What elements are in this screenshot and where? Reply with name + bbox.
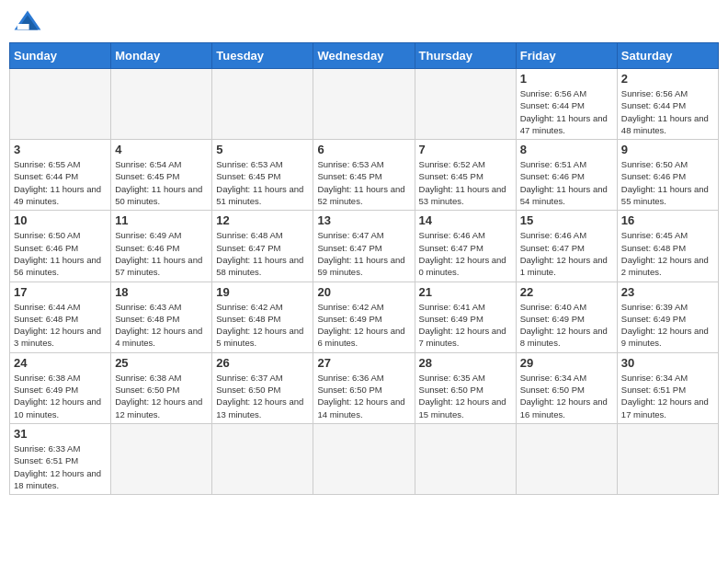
- day-info: Sunrise: 6:55 AM Sunset: 6:44 PM Dayligh…: [14, 158, 107, 207]
- day-info: Sunrise: 6:48 AM Sunset: 6:47 PM Dayligh…: [216, 229, 309, 278]
- header: [9, 9, 719, 35]
- column-header-thursday: Thursday: [415, 43, 516, 69]
- day-number: 21: [419, 285, 512, 299]
- day-info: Sunrise: 6:56 AM Sunset: 6:44 PM Dayligh…: [520, 87, 613, 136]
- day-info: Sunrise: 6:52 AM Sunset: 6:45 PM Dayligh…: [419, 158, 512, 207]
- day-number: 26: [216, 356, 309, 370]
- day-number: 13: [317, 213, 410, 227]
- day-info: Sunrise: 6:56 AM Sunset: 6:44 PM Dayligh…: [621, 87, 714, 136]
- calendar-cell: [415, 423, 516, 494]
- day-number: 11: [115, 213, 208, 227]
- day-info: Sunrise: 6:45 AM Sunset: 6:48 PM Dayligh…: [621, 229, 714, 278]
- calendar-cell: [10, 69, 111, 140]
- calendar-cell: 11Sunrise: 6:49 AM Sunset: 6:46 PM Dayli…: [111, 211, 212, 282]
- calendar-cell: 18Sunrise: 6:43 AM Sunset: 6:48 PM Dayli…: [111, 282, 212, 352]
- calendar-cell: 30Sunrise: 6:34 AM Sunset: 6:51 PM Dayli…: [617, 352, 718, 423]
- day-info: Sunrise: 6:51 AM Sunset: 6:46 PM Dayligh…: [520, 158, 613, 207]
- day-info: Sunrise: 6:37 AM Sunset: 6:50 PM Dayligh…: [216, 372, 309, 420]
- day-number: 10: [14, 213, 107, 227]
- calendar-cell: 4Sunrise: 6:54 AM Sunset: 6:45 PM Daylig…: [111, 140, 212, 211]
- calendar-cell: 22Sunrise: 6:40 AM Sunset: 6:49 PM Dayli…: [516, 282, 617, 352]
- day-info: Sunrise: 6:34 AM Sunset: 6:51 PM Dayligh…: [621, 372, 714, 420]
- day-number: 22: [520, 285, 613, 299]
- calendar-cell: 26Sunrise: 6:37 AM Sunset: 6:50 PM Dayli…: [212, 352, 313, 423]
- day-number: 15: [520, 213, 613, 227]
- calendar-cell: [212, 423, 313, 494]
- day-info: Sunrise: 6:54 AM Sunset: 6:45 PM Dayligh…: [115, 158, 208, 207]
- calendar-cell: 7Sunrise: 6:52 AM Sunset: 6:45 PM Daylig…: [415, 140, 516, 211]
- day-number: 28: [419, 356, 512, 370]
- calendar-cell: 28Sunrise: 6:35 AM Sunset: 6:50 PM Dayli…: [415, 352, 516, 423]
- calendar-cell: 12Sunrise: 6:48 AM Sunset: 6:47 PM Dayli…: [212, 211, 313, 282]
- calendar-cell: 24Sunrise: 6:38 AM Sunset: 6:49 PM Dayli…: [10, 352, 111, 423]
- column-header-wednesday: Wednesday: [313, 43, 415, 69]
- logo: [13, 9, 46, 35]
- day-number: 20: [317, 285, 410, 299]
- day-number: 12: [216, 213, 309, 227]
- calendar-cell: [516, 423, 617, 494]
- day-info: Sunrise: 6:46 AM Sunset: 6:47 PM Dayligh…: [520, 229, 613, 278]
- calendar-cell: [313, 69, 415, 140]
- day-number: 29: [520, 356, 613, 370]
- day-info: Sunrise: 6:38 AM Sunset: 6:50 PM Dayligh…: [115, 372, 208, 420]
- calendar-cell: 9Sunrise: 6:50 AM Sunset: 6:46 PM Daylig…: [617, 140, 718, 211]
- day-info: Sunrise: 6:41 AM Sunset: 6:49 PM Dayligh…: [419, 301, 512, 350]
- day-number: 5: [216, 143, 309, 156]
- calendar-cell: 8Sunrise: 6:51 AM Sunset: 6:46 PM Daylig…: [516, 140, 617, 211]
- calendar-cell: [313, 423, 415, 494]
- day-info: Sunrise: 6:35 AM Sunset: 6:50 PM Dayligh…: [419, 372, 512, 420]
- day-info: Sunrise: 6:47 AM Sunset: 6:47 PM Dayligh…: [317, 229, 410, 278]
- calendar-cell: [111, 69, 212, 140]
- day-number: 25: [115, 356, 208, 370]
- logo-icon: [13, 9, 42, 35]
- svg-rect-3: [17, 24, 29, 29]
- calendar-cell: 17Sunrise: 6:44 AM Sunset: 6:48 PM Dayli…: [10, 282, 111, 352]
- day-number: 3: [14, 143, 107, 156]
- calendar-cell: [617, 423, 718, 494]
- column-header-friday: Friday: [516, 43, 617, 69]
- week-row-4: 17Sunrise: 6:44 AM Sunset: 6:48 PM Dayli…: [10, 282, 719, 352]
- column-header-monday: Monday: [111, 43, 212, 69]
- day-info: Sunrise: 6:40 AM Sunset: 6:49 PM Dayligh…: [520, 301, 613, 350]
- day-info: Sunrise: 6:39 AM Sunset: 6:49 PM Dayligh…: [621, 301, 714, 350]
- calendar: SundayMondayTuesdayWednesdayThursdayFrid…: [9, 42, 719, 495]
- day-info: Sunrise: 6:49 AM Sunset: 6:46 PM Dayligh…: [115, 229, 208, 278]
- day-info: Sunrise: 6:34 AM Sunset: 6:50 PM Dayligh…: [520, 372, 613, 420]
- day-info: Sunrise: 6:53 AM Sunset: 6:45 PM Dayligh…: [216, 158, 309, 207]
- calendar-cell: 21Sunrise: 6:41 AM Sunset: 6:49 PM Dayli…: [415, 282, 516, 352]
- day-info: Sunrise: 6:44 AM Sunset: 6:48 PM Dayligh…: [14, 301, 107, 350]
- calendar-cell: 23Sunrise: 6:39 AM Sunset: 6:49 PM Dayli…: [617, 282, 718, 352]
- calendar-cell: 29Sunrise: 6:34 AM Sunset: 6:50 PM Dayli…: [516, 352, 617, 423]
- day-number: 14: [419, 213, 512, 227]
- day-info: Sunrise: 6:50 AM Sunset: 6:46 PM Dayligh…: [621, 158, 714, 207]
- day-number: 27: [317, 356, 410, 370]
- day-info: Sunrise: 6:53 AM Sunset: 6:45 PM Dayligh…: [317, 158, 410, 207]
- day-number: 30: [621, 356, 714, 370]
- day-number: 19: [216, 285, 309, 299]
- calendar-cell: 20Sunrise: 6:42 AM Sunset: 6:49 PM Dayli…: [313, 282, 415, 352]
- column-header-tuesday: Tuesday: [212, 43, 313, 69]
- calendar-cell: 2Sunrise: 6:56 AM Sunset: 6:44 PM Daylig…: [617, 69, 718, 140]
- day-number: 23: [621, 285, 714, 299]
- column-header-saturday: Saturday: [617, 43, 718, 69]
- day-number: 31: [14, 427, 107, 441]
- day-number: 24: [14, 356, 107, 370]
- calendar-cell: [212, 69, 313, 140]
- week-row-3: 10Sunrise: 6:50 AM Sunset: 6:46 PM Dayli…: [10, 211, 719, 282]
- week-row-5: 24Sunrise: 6:38 AM Sunset: 6:49 PM Dayli…: [10, 352, 719, 423]
- day-info: Sunrise: 6:50 AM Sunset: 6:46 PM Dayligh…: [14, 229, 107, 278]
- calendar-cell: 13Sunrise: 6:47 AM Sunset: 6:47 PM Dayli…: [313, 211, 415, 282]
- day-info: Sunrise: 6:42 AM Sunset: 6:48 PM Dayligh…: [216, 301, 309, 350]
- day-number: 7: [419, 143, 512, 156]
- day-number: 18: [115, 285, 208, 299]
- day-info: Sunrise: 6:46 AM Sunset: 6:47 PM Dayligh…: [419, 229, 512, 278]
- day-number: 16: [621, 213, 714, 227]
- calendar-cell: 16Sunrise: 6:45 AM Sunset: 6:48 PM Dayli…: [617, 211, 718, 282]
- day-number: 2: [621, 72, 714, 86]
- calendar-cell: 1Sunrise: 6:56 AM Sunset: 6:44 PM Daylig…: [516, 69, 617, 140]
- day-number: 9: [621, 143, 714, 156]
- calendar-cell: 31Sunrise: 6:33 AM Sunset: 6:51 PM Dayli…: [10, 423, 111, 494]
- calendar-cell: 27Sunrise: 6:36 AM Sunset: 6:50 PM Dayli…: [313, 352, 415, 423]
- day-number: 4: [115, 143, 208, 156]
- calendar-cell: 15Sunrise: 6:46 AM Sunset: 6:47 PM Dayli…: [516, 211, 617, 282]
